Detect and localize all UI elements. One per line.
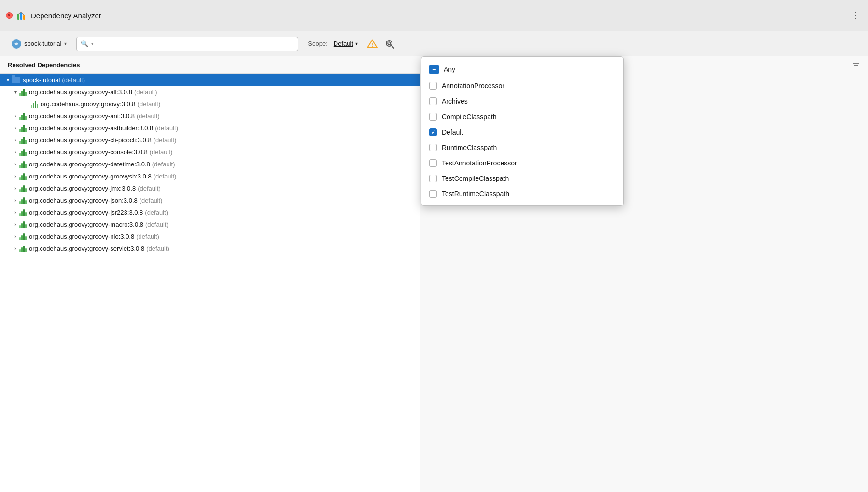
svg-text:!: ! [371,42,373,48]
scope-label: Scope: [308,40,327,47]
dep-scope: (default) [155,124,178,132]
tree-item[interactable]: ▾ org.codehaus.groovy:groovy-all:3.0.8 (… [0,86,420,98]
dep-name: org.codehaus.groovy:groovy-jmx:3.0.8 [29,185,136,192]
item-chevron-icon: › [12,174,19,179]
dep-scope: (default) [154,137,177,144]
item-chevron-icon: › [12,162,19,167]
panel-header-text: Resolved Dependencies [8,61,80,68]
scope-option-label: CompileClasspath [442,113,497,121]
dep-scope: (default) [152,161,175,168]
tree-item[interactable]: › org.codehaus.groovy:groovy-nio:3.0.8 (… [0,231,420,243]
scope-option-annotation-processor[interactable]: AnnotationProcessor [421,78,623,94]
search-icon: 🔍 [81,40,88,47]
item-chevron-icon: › [12,222,19,227]
scope-option-default[interactable]: Default [421,124,623,140]
svg-rect-0 [17,14,19,20]
checkbox-archives [429,97,437,105]
dependency-icon [19,125,27,132]
dependency-icon [19,149,27,156]
dependency-icon [19,233,27,240]
search-chevron-icon: ▾ [91,41,94,46]
item-chevron-icon: › [12,150,19,155]
search-input[interactable] [96,40,294,47]
dep-scope: (default) [138,185,161,192]
dep-name: org.codehaus.groovy:groovy:3.0.8 [41,100,136,108]
project-icon [12,39,21,49]
root-chevron-icon: ▾ [4,77,12,82]
dependency-icon [19,185,27,192]
tree-item[interactable]: › org.codehaus.groovy:groovy-macro:3.0.8… [0,219,420,231]
dep-name: org.codehaus.groovy:groovy-jsr223:3.0.8 [29,209,143,216]
tree-container[interactable]: ▾ spock-tutorial (default) ▾ org.codehau… [0,74,420,492]
folder-icon [12,77,20,83]
tree-item[interactable]: org.codehaus.groovy:groovy:3.0.8 (defaul… [0,98,420,110]
dep-scope: (default) [145,209,168,216]
dependency-icon [19,161,27,168]
dep-scope: (default) [136,233,159,240]
dependency-icon [31,101,38,108]
tree-item[interactable]: › org.codehaus.groovy:groovy-groovysh:3.… [0,170,420,182]
tree-root-item[interactable]: ▾ spock-tutorial (default) [0,74,420,86]
any-icon: − [429,65,439,74]
filter-icon[interactable] [852,61,860,72]
svg-rect-2 [23,15,25,20]
scope-option-compile-classpath[interactable]: CompileClasspath [421,109,623,124]
scope-option-label: Any [444,66,455,73]
tree-item[interactable]: › org.codehaus.groovy:groovy-json:3.0.8 … [0,194,420,206]
close-button[interactable]: ✕ [6,12,13,19]
dep-scope: (default) [154,173,177,180]
title-bar: ✕ Dependency Analyzer ⋮ [0,0,868,31]
scope-option-label: TestAnnotationProcessor [442,159,517,167]
dependency-icon [19,89,27,96]
dep-name: org.codehaus.groovy:groovy-macro:3.0.8 [29,221,143,228]
tree-item[interactable]: › org.codehaus.groovy:groovy-cli-picocli… [0,134,420,146]
app-icon [16,10,27,21]
dep-scope: (default) [140,197,163,204]
dependency-icon [19,221,27,228]
scope-option-archives[interactable]: Archives [421,94,623,109]
scope-option-label: TestCompileClasspath [442,175,509,182]
tree-item[interactable]: › org.codehaus.groovy:groovy-datetime:3.… [0,158,420,170]
tree-item[interactable]: › org.codehaus.groovy:groovy-jmx:3.0.8 (… [0,182,420,194]
scope-option-test-runtime-classpath[interactable]: TestRuntimeClasspath [421,186,623,202]
item-chevron-icon: › [12,113,19,119]
scope-option-test-annotation-processor[interactable]: TestAnnotationProcessor [421,155,623,171]
scope-option-label: Archives [442,97,468,105]
scope-option-test-compile-classpath[interactable]: TestCompileClasspath [421,171,623,186]
window-title: Dependency Analyzer [31,12,101,20]
scope-dropdown: − Any AnnotationProcessor Archives Compi… [421,56,624,206]
scope-option-runtime-classpath[interactable]: RuntimeClasspath [421,140,623,155]
item-chevron-icon: › [12,210,19,215]
dependency-icon [19,246,27,252]
tree-item[interactable]: › org.codehaus.groovy:groovy-servlet:3.0… [0,243,420,255]
dep-name: org.codehaus.groovy:groovy-groovysh:3.0.… [29,173,152,180]
item-chevron-icon: › [12,186,19,191]
tree-item[interactable]: › org.codehaus.groovy:groovy-ant:3.0.8 (… [0,110,420,122]
project-selector[interactable]: spock-tutorial ▾ [8,37,70,51]
tree-item[interactable]: › org.codehaus.groovy:groovy-console:3.0… [0,146,420,158]
left-panel: Resolved Dependencies ▾ spock-tutorial (… [0,56,420,492]
project-name: spock-tutorial [24,40,61,47]
scope-option-any[interactable]: − Any [421,61,623,78]
more-options-button[interactable]: ⋮ [852,10,860,21]
analyze-button[interactable] [383,37,396,51]
item-chevron-icon: ▾ [12,89,19,95]
item-chevron-icon: › [12,234,19,239]
dep-name: org.codehaus.groovy:groovy-json:3.0.8 [29,197,138,204]
checkbox-test-runtime-classpath [429,190,437,198]
scope-selector[interactable]: Default ▾ [334,40,358,47]
checkbox-runtime-classpath [429,144,437,151]
scope-value-text: Default [334,40,353,47]
warning-button[interactable]: ! [365,37,379,51]
tree-item[interactable]: › org.codehaus.groovy:groovy-jsr223:3.0.… [0,206,420,219]
root-item-name: spock-tutorial [23,76,60,83]
item-chevron-icon: › [12,125,19,131]
warning-icon: ! [367,39,378,49]
svg-line-7 [392,45,394,48]
dep-scope: (default) [137,112,160,120]
dep-name: org.codehaus.groovy:groovy-servlet:3.0.8 [29,245,144,252]
dep-name: org.codehaus.groovy:groovy-datetime:3.0.… [29,161,150,168]
dep-name: org.codehaus.groovy:groovy-cli-picocli:3… [29,137,152,144]
dep-name: org.codehaus.groovy:groovy-nio:3.0.8 [29,233,134,240]
tree-item[interactable]: › org.codehaus.groovy:groovy-astbuilder:… [0,122,420,134]
